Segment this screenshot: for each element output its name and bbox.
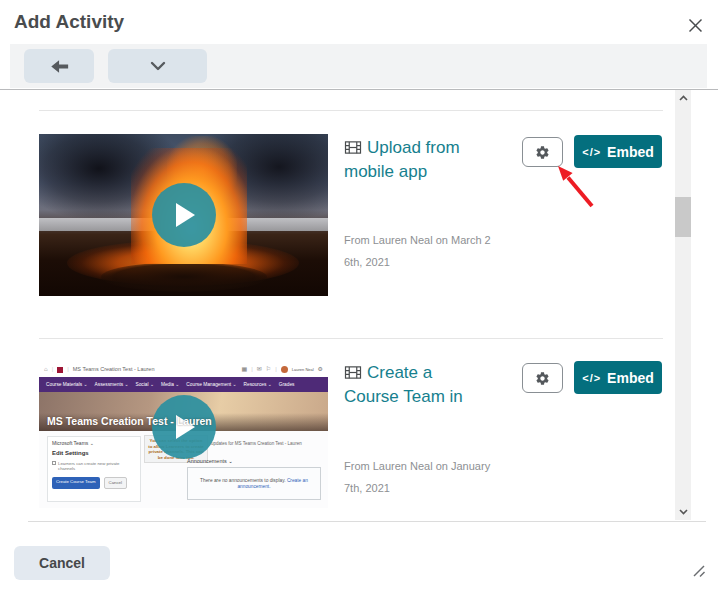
byline-line: 6th, 2021 [344,251,514,273]
chevron-down-icon [149,59,167,73]
embed-button-2[interactable]: </> Embed [574,361,662,394]
code-icon: </> [582,146,601,158]
annotation-arrow [552,162,598,210]
scrollbar-thumb[interactable] [675,197,691,237]
byline-line: 7th, 2021 [344,477,514,499]
mini-announcements-box: There are no announcements to display. C… [187,467,321,500]
film-icon [344,139,362,161]
video-thumbnail-fire[interactable] [39,134,328,296]
media-byline-2: From Lauren Neal on January 7th, 2021 [344,455,514,499]
media-title-line: Create a [367,363,432,382]
media-title-link-1[interactable]: Upload from mobile app [344,137,514,183]
byline-line: From Lauren Neal on March 2 [344,229,514,251]
mini-checkbox [52,461,56,465]
arrow-left-icon [50,58,69,75]
mail-icon: ✉ [257,366,262,374]
mini-browser-bar: ⌂ | | MS Teams Creation Test - Lauren ▦ … [39,362,328,377]
school-logo [57,367,63,373]
media-title-line: Course Team in [344,386,514,408]
gear-icon [535,371,550,386]
thumbnail-art [101,262,267,292]
waffle-icon: ▦ [242,366,248,374]
avatar [281,366,288,373]
video-thumbnail-course[interactable]: ⌂ | | MS Teams Creation Test - Lauren ▦ … [39,345,328,508]
list-divider [39,338,663,339]
mini-user-name: Lauren Neal [292,367,314,372]
list-divider [39,110,663,111]
content-top-border [0,89,718,90]
settings-gear-button-1[interactable] [522,137,563,167]
mini-course-title: MS Teams Creation Test - Lauren [73,366,155,373]
mini-updates-text: updates for MS Teams Creation Test - Lau… [211,441,321,447]
resize-handle[interactable] [691,563,707,579]
cancel-button[interactable]: Cancel [14,546,110,580]
play-icon[interactable] [152,183,216,247]
mini-cancel-button: Cancel [104,477,127,488]
add-activity-dialog: Add Activity Uploa [0,0,718,602]
embed-button-1[interactable]: </> Embed [574,135,662,168]
code-icon: </> [582,372,601,384]
mini-settings-card: Microsoft Teams ⌄ Edit Settings Learners… [47,436,141,502]
byline-line: From Lauren Neal on January [344,455,514,477]
mini-announcements-heading: Announcements ⌄ [187,458,233,465]
toolbar [10,44,707,88]
close-icon[interactable] [684,14,706,36]
content-bottom-border [28,521,706,522]
embed-label: Embed [607,370,654,386]
gear-icon [535,145,550,160]
scrollbar[interactable] [675,90,691,520]
scroll-up-icon[interactable] [675,90,691,106]
embed-label: Embed [607,144,654,160]
settings-gear-button-2[interactable] [522,363,563,393]
back-button[interactable] [24,49,94,83]
scroll-down-icon[interactable] [675,504,691,520]
alert-icon: ⚐ [266,366,271,374]
dropdown-button[interactable] [108,49,207,83]
mini-gear-icon: ⚙ [318,366,323,374]
film-icon [344,364,362,386]
mini-navbar: Course Materials ⌄ Assessments ⌄ Social … [39,377,328,392]
media-title-link-2[interactable]: Create a Course Team in [344,362,514,408]
media-title-line: mobile app [344,161,514,183]
mini-create-button: Create Course Team [52,477,100,488]
dialog-title: Add Activity [14,11,124,33]
media-title-line: Upload from [367,138,460,157]
media-byline-1: From Lauren Neal on March 2 6th, 2021 [344,229,514,273]
home-icon: ⌂ [44,366,48,374]
